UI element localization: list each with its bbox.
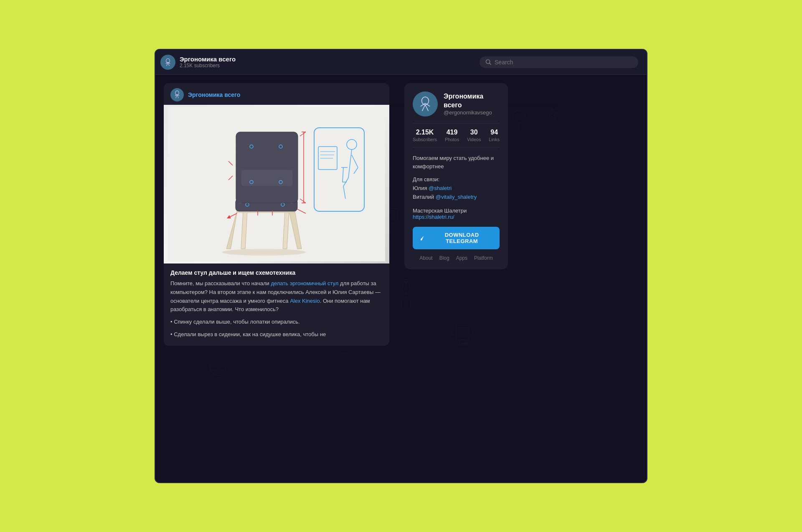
main-feed[interactable]: Эргономика всего — [155, 75, 398, 482]
post-header: Эргономика всего — [164, 83, 389, 105]
stat-subscribers-value: 2.15K — [413, 129, 437, 136]
post-link-1[interactable]: делать эргономичный стул — [271, 280, 338, 286]
post-avatar — [170, 88, 184, 101]
post-title: Делаем стул дальше и ищем схемотехника — [170, 269, 383, 276]
search-input[interactable] — [495, 59, 632, 66]
svg-marker-24 — [547, 108, 558, 119]
channel-title-info: Эргономика всего @ergonomikavsego — [444, 92, 500, 116]
search-bar[interactable] — [480, 56, 638, 68]
svg-line-57 — [177, 95, 179, 98]
footer-links: About Blog Apps Platform — [413, 255, 500, 261]
main-window: Эргономика всего 2.15K subscribers — [155, 49, 647, 483]
channel-avatar — [413, 91, 438, 117]
stat-links-value: 94 — [489, 129, 500, 136]
content-area: Эргономика всего — [155, 75, 647, 482]
contact-line-1: Юлия @shaletri — [413, 184, 500, 193]
channel-header: Эргономика всего @ergonomikavsego — [413, 91, 500, 117]
post-text: Помните, мы рассказывали что начали дела… — [170, 279, 383, 314]
stat-videos-label: Videos — [467, 137, 481, 142]
svg-line-7 — [490, 63, 491, 64]
svg-rect-70 — [236, 132, 298, 203]
workshop-line: Мастерская Шалетри https://shaletri.ru/ — [413, 208, 500, 220]
stat-links: 94 Links — [489, 129, 500, 142]
svg-line-56 — [176, 95, 178, 98]
stat-videos-value: 30 — [467, 129, 481, 136]
stat-subscribers-label: Subscribers — [413, 137, 437, 142]
footer-link-blog[interactable]: Blog — [439, 255, 449, 261]
post-bullet-2: • Сделали вырез в сидении, как на сидушк… — [170, 330, 383, 339]
contact-link-1[interactable]: @shaletri — [429, 185, 452, 191]
contact-line-2: Виталий @vitaliy_shaletry — [413, 193, 500, 202]
svg-point-92 — [414, 92, 437, 116]
contact-label: Для связи: — [413, 176, 500, 182]
post-card: Эргономика всего — [164, 83, 389, 346]
channel-card: Эргономика всего @ergonomikavsego 2.15K … — [404, 83, 508, 269]
titlebar-center: Эргономика всего 2.15K subscribers — [160, 55, 236, 70]
contact-link-2[interactable]: @vitaliy_shaletry — [436, 194, 477, 200]
svg-point-91 — [222, 249, 306, 256]
contact-section: Для связи: Юлия @shaletri Виталий @vital… — [413, 176, 500, 202]
stat-photos-label: Photos — [445, 137, 459, 142]
titlebar-info: Эргономика всего 2.15K subscribers — [180, 56, 236, 68]
titlebar: Эргономика всего 2.15K subscribers — [155, 50, 647, 75]
titlebar-avatar — [160, 55, 175, 70]
channel-username: @ergonomikavsego — [444, 109, 500, 116]
stat-links-label: Links — [489, 137, 500, 142]
channel-description: Помогаем миру стать удобнее и комфортнее — [413, 154, 500, 170]
post-bullet-1: • Спинку сделали выше, чтобы лопатки опи… — [170, 317, 383, 327]
post-image — [164, 105, 389, 263]
workshop-link[interactable]: https://shaletri.ru/ — [413, 214, 454, 220]
footer-link-about[interactable]: About — [419, 255, 432, 261]
titlebar-subscribers: 2.15K subscribers — [180, 63, 236, 68]
right-panel: Эргономика всего @ergonomikavsego 2.15K … — [398, 75, 515, 482]
titlebar-channel-name: Эргономика всего — [180, 56, 236, 63]
channel-name-large: Эргономика всего — [444, 92, 500, 110]
stats-row: 2.15K Subscribers 419 Photos 30 Videos 9… — [413, 123, 500, 147]
telegram-icon — [418, 234, 425, 242]
stat-photos-value: 419 — [445, 129, 459, 136]
search-icon — [485, 59, 491, 65]
footer-link-platform[interactable]: Platform — [474, 255, 493, 261]
stat-videos: 30 Videos — [467, 129, 481, 142]
post-body: Делаем стул дальше и ищем схемотехника П… — [164, 263, 389, 346]
chair-illustration — [168, 107, 385, 261]
download-telegram-button[interactable]: DOWNLOAD TELEGRAM — [413, 227, 500, 249]
footer-link-apps[interactable]: Apps — [456, 255, 467, 261]
post-channel-name: Эргономика всего — [188, 91, 240, 98]
post-link-2[interactable]: Alex Kinesio — [290, 298, 320, 304]
stat-photos: 419 Photos — [445, 129, 459, 142]
svg-rect-77 — [241, 170, 293, 186]
stat-subscribers: 2.15K Subscribers — [413, 129, 437, 142]
